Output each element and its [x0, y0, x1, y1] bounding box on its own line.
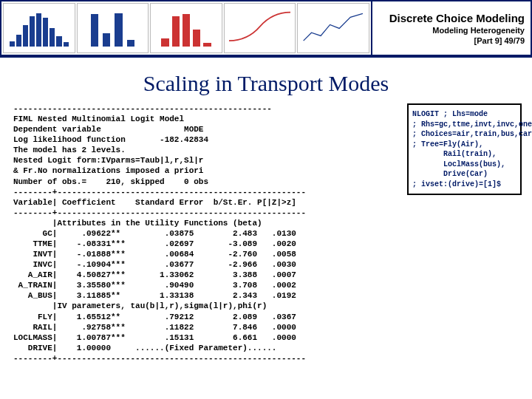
slide-number: [Part 9] 49/79: [378, 36, 525, 45]
header-title-box: Discrete Choice Modeling Modeling Hetero…: [371, 0, 532, 56]
mini-chart-4: [224, 3, 296, 53]
course-title: Discrete Choice Modeling: [378, 12, 525, 24]
body-area: ----------------------------------------…: [0, 103, 532, 364]
course-subtitle: Modeling Heterogeneity: [378, 26, 525, 35]
page-title: Scaling in Transport Modes: [0, 71, 532, 96]
mini-chart-1: [3, 3, 75, 53]
mini-chart-5: [297, 3, 369, 53]
nlogit-code: NLOGIT ; Lhs=mode ; Rhs=gc,ttme,invt,inv…: [407, 103, 522, 195]
mini-chart-2: [77, 3, 149, 53]
slide-header: Discrete Choice Modeling Modeling Hetero…: [0, 0, 532, 58]
mini-chart-3: [150, 3, 222, 53]
header-chart-strip: [0, 0, 371, 56]
model-output: ----------------------------------------…: [13, 103, 400, 364]
